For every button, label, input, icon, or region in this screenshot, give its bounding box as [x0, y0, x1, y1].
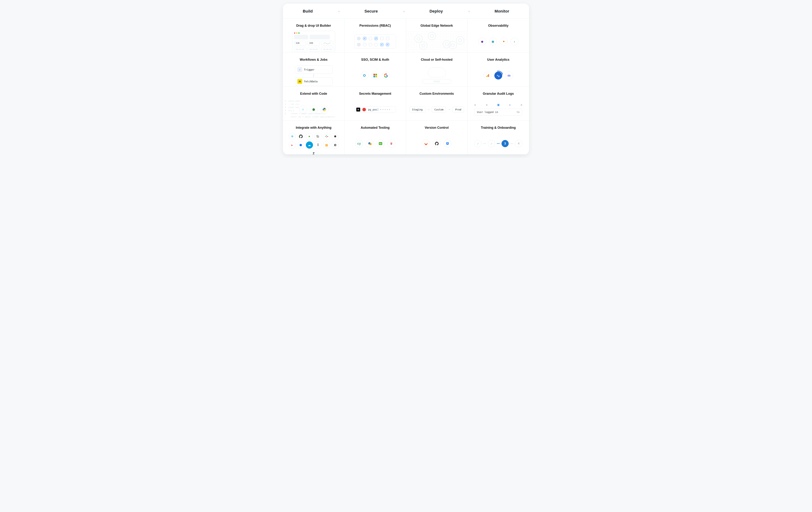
svg-rect-3: [375, 76, 377, 77]
github-icon: [433, 140, 441, 147]
step-secure[interactable]: Secure: [365, 9, 378, 14]
card-version-control[interactable]: Version Control: [406, 120, 467, 155]
card-title: Secrets Management: [359, 92, 391, 96]
svg-rect-0: [373, 74, 375, 75]
card-permissions[interactable]: Permissions (RBAC): [345, 19, 406, 52]
card-extend-code[interactable]: Extend with Code 1 const pool 2 let cli …: [283, 86, 345, 120]
card-environments[interactable]: Custom Environments Staging → Custom → P…: [406, 86, 467, 120]
kafka-icon: ⠿: [314, 141, 322, 149]
step-upcoming: 4: [515, 140, 522, 147]
step-current: 3: [501, 140, 509, 147]
selenium-icon: Se: [377, 140, 384, 147]
arrow-right-icon: →: [448, 108, 451, 111]
nodejs-icon: ⬢: [310, 106, 318, 113]
card-title: SSO, SCIM & Auth: [361, 58, 389, 61]
aws-icon: ▦: [323, 141, 330, 149]
card-title: Custom Environments: [419, 92, 454, 96]
environment-pipeline: Staging → Custom → Prod: [409, 107, 464, 113]
mixpanel-icon: m: [505, 72, 513, 80]
postgres-icon: 🐘: [314, 133, 322, 140]
step-monitor[interactable]: Monitor: [495, 9, 509, 14]
google-icon: [382, 72, 390, 80]
trigger-icon: ⚡: [297, 67, 302, 72]
card-secrets[interactable]: Secrets Management ▼ pg_pas •••••: [345, 86, 406, 120]
secret-mask: •••••: [378, 108, 391, 111]
microsoft-icon: [371, 72, 379, 80]
card-title: Permissions (RBAC): [359, 24, 391, 28]
audit-log-time: 5m: [517, 111, 520, 113]
cypress-icon: cy: [355, 140, 363, 147]
google-analytics-icon: [484, 72, 492, 80]
observability-tools: ◆ ◉ ✦ ›: [478, 37, 518, 46]
svg-rect-10: [327, 136, 328, 137]
arrow-right-icon: →: [427, 108, 430, 111]
github-icon: [297, 133, 304, 140]
card-title: User Analytics: [487, 58, 510, 61]
feature-grid: Drag & drop UI Builder 52K 209: [283, 18, 529, 155]
audit-log-message: User logged in: [477, 111, 498, 113]
card-title: Granular Audit Logs: [483, 92, 514, 96]
card-title: Drag & drop UI Builder: [296, 24, 331, 28]
integration-logos: ❄ ● 🐘 ✱ ▸ ⬢ ☁ ⠿ ▦ ✿ Z: [283, 133, 344, 155]
env-prod: Prod: [453, 107, 464, 113]
step-done-icon: [474, 140, 482, 147]
playwright-icon: 🎭: [366, 140, 374, 147]
workflow-preview: ⚡Trigger JSfetchData: [293, 65, 334, 86]
workflow-node-label: Trigger: [304, 68, 315, 71]
user-avatar-icon: [357, 43, 360, 46]
onboarding-stepper: 3 4: [474, 140, 522, 147]
vault-icon: ▼: [356, 108, 360, 111]
cloud-server-icon: [423, 67, 451, 84]
svg-rect-2: [373, 76, 375, 77]
svg-rect-5: [487, 75, 488, 77]
gitlab-icon: [422, 140, 430, 147]
amplitude-icon: [494, 72, 502, 80]
card-user-analytics[interactable]: User Analytics m: [467, 52, 529, 86]
card-testing[interactable]: Automated Testing cy 🎭 Se ♛: [345, 120, 406, 155]
sso-providers: O: [360, 72, 390, 80]
svg-rect-9: [326, 137, 327, 138]
card-edge-network[interactable]: Global Edge Network: [406, 19, 467, 52]
card-title: Version Control: [425, 126, 448, 130]
env-staging: Staging: [409, 107, 425, 113]
step-build[interactable]: Build: [303, 9, 313, 14]
stat-value-2: 209: [308, 41, 320, 46]
rbac-matrix: [354, 34, 396, 49]
datadog-icon: ◆: [478, 37, 486, 46]
svg-rect-4: [486, 76, 487, 77]
stat-value-1: 52K: [294, 41, 306, 46]
product-overview-card: Build ››› Secure ››› Deploy ››› Monitor …: [283, 4, 529, 155]
env-custom: Custom: [432, 107, 446, 113]
chevrons-icon: ›››: [468, 9, 469, 13]
svg-rect-7: [326, 135, 327, 136]
python-icon: [320, 106, 328, 113]
mongodb-icon: ●: [306, 133, 313, 140]
card-cloud-selfhosted[interactable]: Cloud or Self-hosted: [406, 52, 467, 86]
card-title: Workflows & Jobs: [300, 58, 328, 61]
card-title: Global Edge Network: [420, 24, 453, 28]
salesforce-icon: ☁: [306, 141, 313, 149]
card-integrations[interactable]: Integrate with Anything ❄ ● 🐘 ✱ ▸ ⬢ ☁: [283, 120, 345, 155]
user-avatar-icon: [357, 37, 360, 40]
newrelic-icon: ◉: [489, 37, 497, 46]
graphql-icon: ✱: [331, 133, 339, 140]
lifecycle-stepper: Build ››› Secure ››› Deploy ››› Monitor: [283, 4, 529, 18]
secret-key-name: pg_pas: [368, 108, 377, 111]
chevrons-icon: ›››: [338, 9, 339, 13]
card-ui-builder[interactable]: Drag & drop UI Builder 52K 209: [283, 19, 345, 52]
card-onboarding[interactable]: Training & Onboarding 3 4: [467, 120, 529, 155]
card-audit-logs[interactable]: Granular Audit Logs User logged in 5m: [467, 86, 529, 120]
bitbucket-icon: [443, 140, 452, 147]
card-observability[interactable]: Observability ◆ ◉ ✦ ›: [467, 19, 529, 52]
export-icon: ›: [511, 37, 518, 46]
audit-log-preview: User logged in 5m: [474, 104, 522, 115]
javascript-icon: JS: [297, 79, 302, 84]
svg-rect-1: [375, 74, 377, 75]
step-deploy[interactable]: Deploy: [430, 9, 443, 14]
card-sso[interactable]: SSO, SCIM & Auth O: [345, 52, 406, 86]
jest-icon: ♛: [387, 140, 395, 147]
openai-icon: ✿: [331, 141, 339, 149]
testing-tools: cy 🎭 Se ♛: [355, 140, 395, 147]
card-workflows[interactable]: Workflows & Jobs ⚡Trigger JSfetchData: [283, 52, 345, 86]
card-title: Extend with Code: [300, 92, 327, 96]
